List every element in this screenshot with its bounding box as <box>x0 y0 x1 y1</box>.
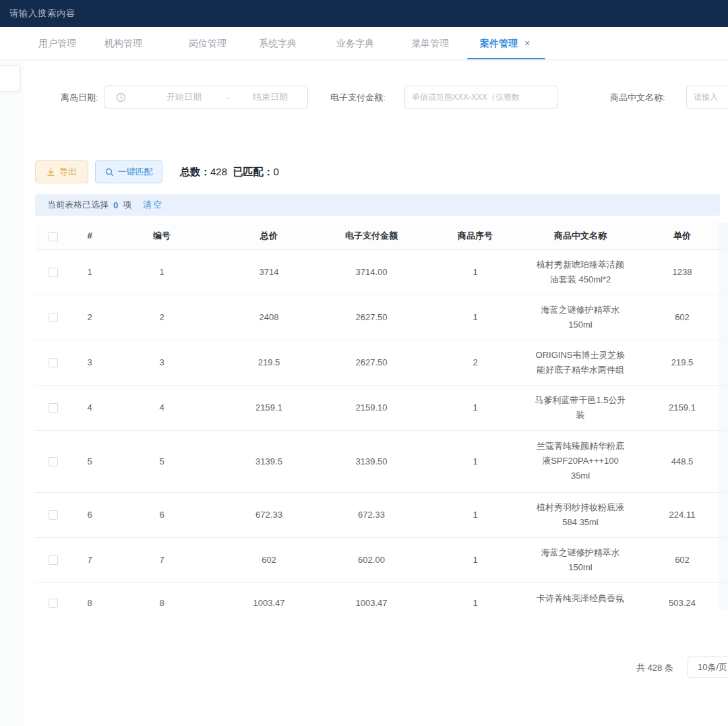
amount-filter-label: 电子支付金额: <box>330 92 386 104</box>
cell-code: 6 <box>108 492 216 537</box>
cell-unit: 448.5 <box>631 430 728 492</box>
total-label: 总数： <box>180 166 210 177</box>
row-checkbox[interactable] <box>49 510 58 520</box>
page-size-select[interactable]: 10条/页 <box>688 657 728 678</box>
table-row: 8 8 1003.47 1003.47 1 卡诗菁纯亮泽经典香氛 503.24 <box>35 582 728 609</box>
selection-count: 0 <box>112 200 119 210</box>
cell-total: 219.5 <box>216 340 322 385</box>
col-product-seq: 商品序号 <box>421 222 530 249</box>
row-checkbox[interactable] <box>49 457 58 466</box>
cell-seq: 1 <box>421 385 530 430</box>
pagination: 共 428 条 10条/页 <box>0 654 728 681</box>
amount-input[interactable] <box>405 86 557 108</box>
row-checkbox[interactable] <box>49 268 58 277</box>
cell-total: 3139.5 <box>216 430 322 492</box>
toolbar: 导出 一键匹配 总数：428 已匹配：0 <box>0 160 728 185</box>
tab-biz-dict[interactable]: 业务字典 <box>336 38 374 50</box>
table-row: 2 2 2408 2627.50 1 海蓝之谜修护精萃水 150ml 602 <box>35 295 728 340</box>
date-end-placeholder[interactable]: 结束日期 <box>237 91 304 103</box>
table-row: 6 6 672.33 672.33 1 植村秀羽纱持妆粉底液 584 35ml … <box>35 492 728 537</box>
tab-case-mgmt-label: 案件管理 <box>480 38 518 49</box>
cell-unit: 602 <box>631 537 728 582</box>
download-icon <box>47 168 55 177</box>
cell-code: 2 <box>108 295 216 340</box>
table-row: 4 4 2159.1 2159.10 1 马爹利蓝带干邑1.5公升装 2159.… <box>35 385 728 430</box>
tab-sys-dict[interactable]: 系统字典 <box>259 38 297 50</box>
tab-org-mgmt[interactable]: 机构管理 <box>104 38 142 50</box>
cell-name: 植村秀羽纱持妆粉底液 584 35ml <box>530 492 631 537</box>
row-checkbox[interactable] <box>49 599 58 608</box>
amount-input-box <box>404 86 557 109</box>
cell-name: 卡诗菁纯亮泽经典香氛 <box>530 582 631 609</box>
row-checkbox[interactable] <box>49 313 58 322</box>
cell-index: 4 <box>71 385 108 430</box>
cell-name: 马爹利蓝带干邑1.5公升装 <box>530 385 631 430</box>
cell-seq: 1 <box>421 295 530 340</box>
selection-suffix: 项 <box>123 199 131 211</box>
col-code: 编号 <box>108 222 216 249</box>
table-row: 7 7 602 602.00 1 海蓝之谜修护精萃水 150ml 602 <box>35 537 728 582</box>
row-checkbox[interactable] <box>49 358 58 367</box>
one-click-match-button[interactable]: 一键匹配 <box>95 160 162 183</box>
product-name-input[interactable] <box>687 86 728 108</box>
selection-prefix: 当前表格已选择 <box>47 199 109 211</box>
select-all-cell <box>35 222 71 249</box>
cell-epay: 672.33 <box>322 492 421 537</box>
total-value: 428 <box>210 166 227 177</box>
select-all-checkbox[interactable] <box>49 232 58 241</box>
clear-selection-link[interactable]: 清空 <box>143 199 163 211</box>
cell-total: 602 <box>216 537 322 582</box>
tab-bar: 用户管理 机构管理 岗位管理 系统字典 业务字典 菜单管理 案件管理× <box>0 27 728 60</box>
filter-row: 离岛日期: 开始日期 - 结束日期 电子支付金额: 商品中文名称: <box>0 86 728 110</box>
table-row: 5 5 3139.5 3139.50 1 兰蔻菁纯臻颜精华粉底液SPF20PA+… <box>35 430 728 492</box>
cell-code: 7 <box>108 537 216 582</box>
cell-code: 8 <box>108 582 216 609</box>
row-checkbox[interactable] <box>49 403 58 413</box>
export-button[interactable]: 导出 <box>35 160 88 183</box>
cell-epay: 2627.50 <box>322 340 421 385</box>
matched-value: 0 <box>273 166 278 177</box>
cell-epay: 1003.47 <box>322 582 421 609</box>
product-name-input-box <box>686 86 728 109</box>
cell-total: 1003.47 <box>216 582 322 609</box>
cell-unit: 1238 <box>631 249 728 295</box>
row-checkbox[interactable] <box>49 555 58 565</box>
tab-post-mgmt[interactable]: 岗位管理 <box>189 38 226 50</box>
date-range-input[interactable]: 开始日期 - 结束日期 <box>104 86 308 109</box>
date-filter-label: 离岛日期: <box>61 92 98 104</box>
cell-name: 海蓝之谜修护精萃水 150ml <box>530 295 631 340</box>
cell-unit: 219.5 <box>631 340 728 385</box>
cell-name: 植村秀新琥珀臻萃洁颜油套装 450ml*2 <box>530 249 631 295</box>
one-click-match-label: 一键匹配 <box>118 166 153 178</box>
cell-total: 672.33 <box>216 492 322 537</box>
cell-seq: 1 <box>421 537 530 582</box>
close-icon[interactable]: × <box>524 38 530 49</box>
cell-index: 3 <box>71 340 108 385</box>
cell-name: ORIGINS韦博士灵芝焕能好底子精华水两件组 <box>530 340 631 385</box>
col-index: # <box>71 222 108 249</box>
cell-unit: 224.11 <box>631 492 728 537</box>
global-search-input[interactable]: 请输入搜索内容 <box>9 7 75 20</box>
date-start-placeholder[interactable]: 开始日期 <box>147 91 221 103</box>
cell-total: 3714 <box>216 249 322 295</box>
cell-index: 8 <box>71 582 108 609</box>
cell-unit: 2159.1 <box>631 385 728 430</box>
cell-index: 7 <box>71 537 108 582</box>
selection-bar: 当前表格已选择 0 项 清空 <box>35 194 720 216</box>
cell-unit: 503.24 <box>631 582 728 609</box>
table-row: 1 1 3714 3714.00 1 植村秀新琥珀臻萃洁颜油套装 450ml*2… <box>35 249 728 295</box>
tab-case-mgmt[interactable]: 案件管理× <box>480 38 530 50</box>
cell-unit: 602 <box>631 295 728 340</box>
cell-epay: 3139.50 <box>322 430 421 492</box>
pagination-total: 共 428 条 <box>636 662 673 674</box>
tab-user-mgmt[interactable]: 用户管理 <box>38 38 76 50</box>
cell-total: 2159.1 <box>216 385 322 430</box>
tab-menu-mgmt[interactable]: 菜单管理 <box>411 38 449 50</box>
cell-epay: 2159.10 <box>322 385 421 430</box>
col-total-price: 总价 <box>216 222 322 249</box>
cell-index: 5 <box>71 430 108 492</box>
cell-index: 6 <box>71 492 108 537</box>
cell-index: 1 <box>71 249 108 295</box>
table-scrollbar[interactable] <box>719 222 728 609</box>
cell-name: 海蓝之谜修护精萃水 150ml <box>530 537 631 582</box>
